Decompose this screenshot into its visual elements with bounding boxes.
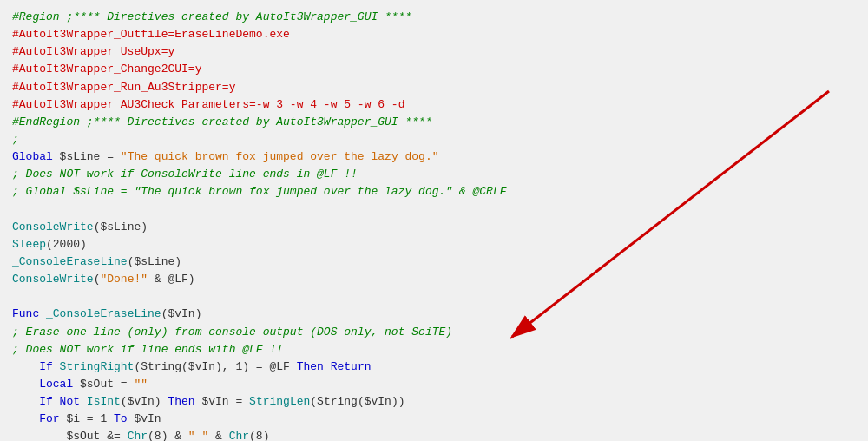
- code-line: Local $sOut = "": [12, 376, 856, 393]
- code-token: $i = 1: [66, 412, 114, 425]
- code-token: #AutoIt3Wrapper_Change2CUI=y: [12, 63, 201, 76]
- code-line: #EndRegion ;**** Directives created by A…: [12, 114, 856, 131]
- code-token: $vIn =: [201, 395, 249, 408]
- code-line: If StringRight(String($vIn), 1) = @LF Th…: [12, 359, 856, 376]
- code-token: ; Global $sLine = "The quick brown fox j…: [12, 185, 507, 198]
- code-line: #AutoIt3Wrapper_Outfile=EraseLineDemo.ex…: [12, 26, 856, 43]
- code-token: Chr: [229, 430, 249, 441]
- code-token: If: [12, 360, 60, 373]
- code-token: For: [12, 412, 66, 425]
- code-line: $sOut &= Chr(8) & " " & Chr(8): [12, 428, 856, 441]
- code-token: $vIn: [134, 412, 161, 425]
- code-token: ($vIn): [161, 307, 202, 320]
- code-token: "Done!": [100, 273, 148, 286]
- code-line: ConsoleWrite("Done!" & @LF): [12, 271, 856, 288]
- code-token: Then: [297, 360, 324, 373]
- code-token: ConsoleWrite: [12, 220, 94, 234]
- code-token: ; Does NOT work if ConsoleWrite line end…: [12, 168, 358, 181]
- code-token: #AutoIt3Wrapper_UseUpx=y: [12, 45, 174, 58]
- code-token: Global: [12, 150, 60, 163]
- code-token: #AutoIt3Wrapper_AU3Check_Parameters=-w 3…: [12, 98, 404, 111]
- code-token: If Not: [12, 395, 87, 408]
- code-token: _ConsoleEraseLine: [12, 255, 128, 268]
- code-token: (8): [249, 430, 269, 441]
- code-token: Then: [168, 395, 201, 408]
- code-token: StringLen: [249, 395, 310, 408]
- code-line: #AutoIt3Wrapper_Run_Au3Stripper=y: [12, 79, 856, 96]
- code-line: [12, 288, 856, 306]
- code-line: If Not IsInt($vIn) Then $vIn = StringLen…: [12, 393, 856, 411]
- code-line: ConsoleWrite($sLine): [12, 219, 856, 236]
- code-line: ; Does NOT work if ConsoleWrite line end…: [12, 166, 856, 183]
- code-line: _ConsoleEraseLine($sLine): [12, 253, 856, 271]
- code-token: ;: [12, 133, 19, 146]
- code-token: "The quick brown fox jumped over the laz…: [121, 150, 439, 163]
- code-token: IsInt: [87, 395, 121, 408]
- code-line: #Region ;**** Directives created by Auto…: [12, 9, 856, 26]
- code-token: #AutoIt3Wrapper_Outfile=EraseLineDemo.ex…: [12, 28, 290, 41]
- code-token: ($sLine): [94, 220, 148, 234]
- code-token: ($sLine): [128, 255, 181, 268]
- code-token: Chr: [128, 430, 148, 441]
- code-token: ConsoleWrite: [12, 273, 94, 286]
- code-token: =: [100, 150, 120, 163]
- code-line: Global $sLine = "The quick brown fox jum…: [12, 148, 856, 166]
- code-line: Sleep(2000): [12, 236, 856, 253]
- code-token: "": [134, 378, 148, 391]
- code-line: ;: [12, 131, 856, 148]
- code-token: $sLine: [60, 150, 101, 163]
- code-token: $sOut &=: [12, 430, 128, 441]
- code-token: #EndRegion ;**** Directives created by A…: [12, 115, 432, 128]
- code-token: #AutoIt3Wrapper_Run_Au3Stripper=y: [12, 81, 235, 94]
- code-line: #AutoIt3Wrapper_AU3Check_Parameters=-w 3…: [12, 96, 856, 114]
- code-token: #Region ;**** Directives created by Auto…: [12, 10, 411, 23]
- code-line: ; Global $sLine = "The quick brown fox j…: [12, 183, 856, 201]
- code-token: ($vIn): [121, 395, 168, 408]
- code-token: (String($vIn)): [310, 395, 404, 408]
- code-line: #AutoIt3Wrapper_Change2CUI=y: [12, 61, 856, 78]
- code-token: (String($vIn), 1) = @LF: [134, 360, 296, 373]
- code-token: (8) &: [148, 430, 188, 441]
- code-line: ; Erase one line (only) from console out…: [12, 324, 856, 341]
- code-token: ; Erase one line (only) from console out…: [12, 326, 452, 339]
- code-token: To: [114, 412, 134, 425]
- code-line: ; Does NOT work if line ends with @LF !!: [12, 341, 856, 359]
- code-token: Func: [12, 307, 39, 320]
- code-token: &: [208, 430, 228, 441]
- code-token: StringRight: [60, 360, 135, 373]
- code-token: " ": [188, 430, 208, 441]
- code-token: $sOut =: [80, 378, 134, 391]
- code-token: ; Does NOT work if line ends with @LF !!: [12, 343, 283, 356]
- code-token: Return: [324, 360, 372, 373]
- code-line: #AutoIt3Wrapper_UseUpx=y: [12, 43, 856, 61]
- code-line: [12, 201, 856, 219]
- code-token: Local: [12, 378, 80, 391]
- code-token: & @LF): [148, 273, 195, 286]
- code-token: Sleep: [12, 238, 46, 251]
- code-token: (2000): [46, 238, 87, 251]
- code-editor: #Region ;**** Directives created by Auto…: [0, 0, 868, 441]
- code-line: Func _ConsoleEraseLine($vIn): [12, 306, 856, 323]
- code-token: _ConsoleEraseLine: [39, 307, 161, 320]
- code-line: For $i = 1 To $vIn: [12, 411, 856, 428]
